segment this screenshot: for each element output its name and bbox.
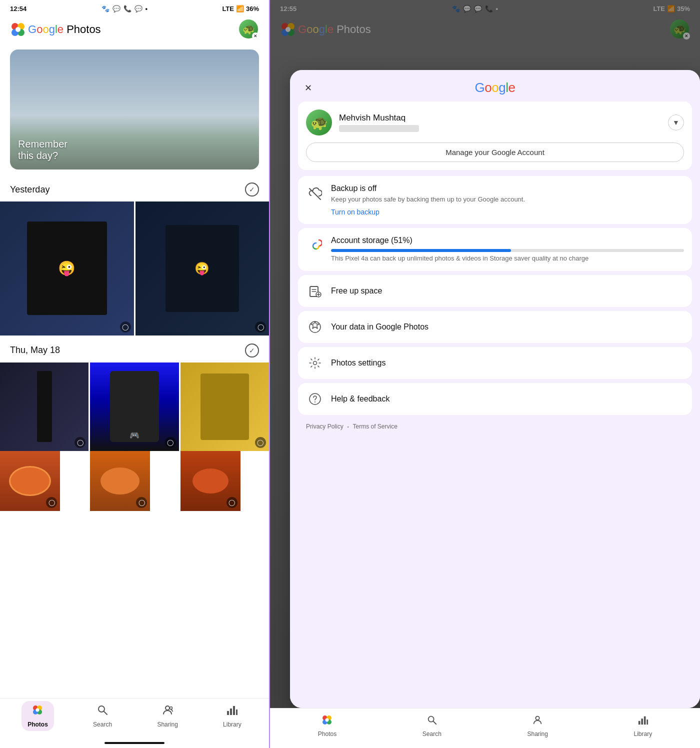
account-email-blur (339, 125, 419, 132)
svg-point-10 (98, 706, 104, 712)
thu-may-18-header: Thu, May 18 ✓ (0, 336, 269, 362)
sharing-nav-icon-left (162, 704, 174, 719)
backup-off-icon (306, 185, 324, 203)
backup-subtitle: Keep your photos safe by backing them up… (331, 195, 684, 204)
your-data-item[interactable]: Your data in Google Photos (298, 311, 692, 343)
storage-bar-fill (331, 249, 511, 252)
nav-sharing-label-right: Sharing (527, 730, 548, 738)
close-modal-button[interactable]: ✕ (300, 80, 316, 96)
lte-label: LTE (222, 5, 234, 12)
photo-cell-1[interactable]: 😜 ◯ (0, 202, 134, 336)
settings-icon (306, 354, 324, 372)
svg-rect-45 (646, 720, 648, 724)
privacy-policy-link[interactable]: Privacy Policy (306, 423, 344, 430)
yesterday-select[interactable]: ✓ (245, 182, 259, 196)
whatsapp-icon: 💬 (112, 5, 120, 12)
left-content: Rememberthis day? Yesterday ✓ 😜 ◯ 😜 (0, 44, 269, 698)
nav-library-right[interactable]: Library (628, 712, 658, 740)
select-badge-1[interactable]: ◯ (120, 322, 131, 332)
nav-search-label-left: Search (93, 721, 112, 728)
nav-photos-label-left: Photos (28, 721, 48, 728)
manage-google-account-button[interactable]: Manage your Google Account (306, 142, 684, 162)
svg-point-31 (314, 362, 317, 365)
left-time: 12:54 (10, 5, 26, 12)
footer-dot: • (348, 424, 349, 429)
settings-title: Photos settings (331, 358, 386, 368)
left-signal-icons: LTE 📶 36% (222, 5, 259, 12)
free-up-space-item[interactable]: Free up space (298, 275, 692, 307)
svg-rect-42 (638, 720, 640, 724)
yesterday-title: Yesterday (10, 184, 50, 195)
nav-sharing-left[interactable]: Sharing (151, 701, 184, 731)
photos-settings-item[interactable]: Photos settings (298, 347, 692, 379)
right-screen: 12:55 🐾 💬 💬 📞 • LTE 📶 35% Google Photo (270, 0, 700, 748)
offline-icon: ✕ (252, 32, 259, 40)
backup-menu-item[interactable]: Backup is off Keep your photos safe by b… (298, 176, 692, 224)
svg-rect-16 (233, 706, 235, 715)
photo-cell-3[interactable]: ◯ (0, 362, 88, 451)
memory-card[interactable]: Rememberthis day? (10, 50, 259, 170)
your-data-title: Your data in Google Photos (331, 322, 428, 332)
thu-grid-top: ◯ 🎮 ◯ ◯ (0, 362, 269, 451)
left-status-bar: 12:54 🐾 💬 📞 💬 • LTE 📶 36% (0, 0, 269, 16)
storage-content: Account storage (51%) This Pixel 4a can … (331, 236, 684, 263)
select-badge-3[interactable]: ◯ (74, 437, 86, 448)
nav-library-left[interactable]: Library (217, 701, 248, 731)
help-title: Help & feedback (331, 394, 390, 404)
photo-cell-4[interactable]: 🎮 ◯ (90, 362, 178, 451)
modal-google-logo: Google (475, 80, 516, 96)
photo-cell-2[interactable]: 😜 ◯ (136, 202, 270, 336)
svg-point-38 (326, 718, 329, 722)
home-indicator-left (0, 738, 269, 748)
backup-title: Backup is off (331, 184, 684, 193)
home-bar-left (104, 742, 164, 744)
storage-menu-item[interactable]: Account storage (51%) This Pixel 4a can … (298, 228, 692, 271)
phone-icon: 📞 (124, 5, 132, 12)
thu-may-18-select[interactable]: ✓ (245, 344, 259, 358)
left-avatar-container[interactable]: 🐢 ✕ (239, 20, 259, 40)
signal-icon: 📶 (236, 5, 244, 12)
select-badge-5[interactable]: ◯ (255, 437, 266, 448)
nav-search-left[interactable]: Search (87, 701, 118, 731)
account-card: 🐢 Mehvish Mushtaq ▼ Manage your Google A… (298, 102, 692, 170)
search-nav-icon-left (96, 704, 108, 719)
svg-point-9 (36, 708, 40, 712)
nav-search-right[interactable]: Search (416, 712, 448, 740)
select-badge-6[interactable]: ◯ (46, 497, 57, 508)
memory-label: Rememberthis day? (18, 138, 68, 162)
select-badge-7[interactable]: ◯ (136, 497, 147, 508)
terms-of-service-link[interactable]: Terms of Service (353, 423, 398, 430)
svg-rect-43 (641, 718, 643, 724)
free-space-icon (306, 282, 324, 300)
left-app-header: Google Photos 🐢 ✕ (0, 16, 269, 44)
photo-cell-8[interactable]: ◯ (180, 451, 240, 511)
account-dropdown-button[interactable]: ▼ (668, 114, 684, 130)
svg-rect-17 (236, 710, 238, 715)
nav-sharing-right[interactable]: Sharing (521, 712, 554, 740)
photo-cell-5[interactable]: ◯ (180, 362, 269, 451)
nav-photos-right[interactable]: Photos (312, 712, 342, 740)
select-badge-2[interactable]: ◯ (255, 322, 266, 332)
nav-sharing-label-left: Sharing (157, 721, 178, 728)
nav-photos-left[interactable]: Photos (22, 701, 54, 731)
turn-on-backup-link[interactable]: Turn on backup (331, 208, 684, 216)
photo-cell-7[interactable]: ◯ (90, 451, 150, 511)
svg-line-40 (434, 721, 436, 724)
right-bottom-nav: Photos Search Sharing (270, 708, 700, 748)
left-bottom-nav: Photos Search Sharing (0, 698, 269, 738)
svg-rect-14 (227, 711, 229, 715)
storage-bar-container (331, 249, 684, 252)
select-badge-8[interactable]: ◯ (226, 497, 238, 508)
free-space-title: Free up space (331, 286, 382, 296)
nav-library-label-left: Library (223, 721, 242, 728)
select-badge-4[interactable]: ◯ (165, 437, 176, 448)
svg-point-12 (166, 706, 170, 710)
svg-rect-44 (644, 716, 646, 724)
your-data-icon (306, 318, 324, 336)
svg-point-33 (314, 402, 316, 402)
backup-content: Backup is off Keep your photos safe by b… (331, 184, 684, 216)
sharing-nav-icon-right (532, 714, 543, 728)
help-item[interactable]: Help & feedback (298, 383, 692, 415)
left-pinwheel-icon (10, 22, 26, 38)
photo-cell-6[interactable]: ◯ (0, 451, 60, 511)
